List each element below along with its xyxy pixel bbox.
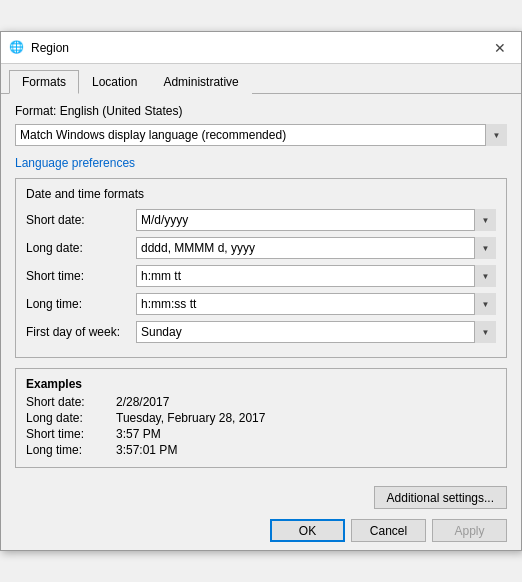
example-long-time-value: 3:57:01 PM — [116, 443, 177, 457]
title-bar: 🌐 Region ✕ — [1, 32, 521, 64]
format-label: Format: English (United States) — [15, 104, 507, 118]
short-date-row: Short date: M/d/yyyy ▼ — [26, 209, 496, 231]
long-time-row: Long time: h:mm:ss tt ▼ — [26, 293, 496, 315]
format-dropdown[interactable]: Match Windows display language (recommen… — [15, 124, 507, 146]
short-time-row: Short time: h:mm tt ▼ — [26, 265, 496, 287]
ok-button[interactable]: OK — [270, 519, 345, 542]
short-time-dropdown-wrapper[interactable]: h:mm tt ▼ — [136, 265, 496, 287]
region-dialog: 🌐 Region ✕ Formats Location Administrati… — [0, 31, 522, 551]
example-short-time-label: Short time: — [26, 427, 116, 441]
first-day-dropdown[interactable]: Sunday — [136, 321, 496, 343]
apply-button[interactable]: Apply — [432, 519, 507, 542]
example-long-time: Long time: 3:57:01 PM — [26, 443, 496, 457]
long-date-dropdown-wrapper[interactable]: dddd, MMMM d, yyyy ▼ — [136, 237, 496, 259]
short-date-dropdown[interactable]: M/d/yyyy — [136, 209, 496, 231]
date-time-section-title: Date and time formats — [26, 187, 496, 201]
short-date-dropdown-wrapper[interactable]: M/d/yyyy ▼ — [136, 209, 496, 231]
tab-location[interactable]: Location — [79, 70, 150, 94]
example-long-date-label: Long date: — [26, 411, 116, 425]
long-date-row: Long date: dddd, MMMM d, yyyy ▼ — [26, 237, 496, 259]
short-date-label: Short date: — [26, 213, 136, 227]
window-icon: 🌐 — [9, 40, 25, 56]
window-title: Region — [31, 41, 487, 55]
tab-formats[interactable]: Formats — [9, 70, 79, 94]
close-button[interactable]: ✕ — [487, 38, 513, 58]
long-time-label: Long time: — [26, 297, 136, 311]
long-time-dropdown-wrapper[interactable]: h:mm:ss tt ▼ — [136, 293, 496, 315]
additional-settings-button[interactable]: Additional settings... — [374, 486, 507, 509]
example-short-date: Short date: 2/28/2017 — [26, 395, 496, 409]
long-time-dropdown[interactable]: h:mm:ss tt — [136, 293, 496, 315]
format-dropdown-wrapper[interactable]: Match Windows display language (recommen… — [15, 124, 507, 146]
example-long-date-value: Tuesday, February 28, 2017 — [116, 411, 265, 425]
first-day-row: First day of week: Sunday ▼ — [26, 321, 496, 343]
language-preferences-link[interactable]: Language preferences — [15, 156, 135, 170]
short-time-dropdown[interactable]: h:mm tt — [136, 265, 496, 287]
long-date-label: Long date: — [26, 241, 136, 255]
example-short-time: Short time: 3:57 PM — [26, 427, 496, 441]
first-day-dropdown-wrapper[interactable]: Sunday ▼ — [136, 321, 496, 343]
tab-bar: Formats Location Administrative — [1, 64, 521, 94]
first-day-label: First day of week: — [26, 325, 136, 339]
example-short-time-value: 3:57 PM — [116, 427, 161, 441]
additional-settings-container: Additional settings... — [15, 486, 507, 509]
date-time-section: Date and time formats Short date: M/d/yy… — [15, 178, 507, 358]
tab-administrative[interactable]: Administrative — [150, 70, 251, 94]
example-short-date-label: Short date: — [26, 395, 116, 409]
action-buttons: OK Cancel Apply — [15, 519, 507, 542]
example-long-time-label: Long time: — [26, 443, 116, 457]
example-short-date-value: 2/28/2017 — [116, 395, 169, 409]
long-date-dropdown[interactable]: dddd, MMMM d, yyyy — [136, 237, 496, 259]
main-content: Format: English (United States) Match Wi… — [1, 94, 521, 478]
cancel-button[interactable]: Cancel — [351, 519, 426, 542]
examples-section: Examples Short date: 2/28/2017 Long date… — [15, 368, 507, 468]
short-time-label: Short time: — [26, 269, 136, 283]
examples-title: Examples — [26, 377, 496, 391]
footer: Additional settings... OK Cancel Apply — [1, 478, 521, 550]
example-long-date: Long date: Tuesday, February 28, 2017 — [26, 411, 496, 425]
